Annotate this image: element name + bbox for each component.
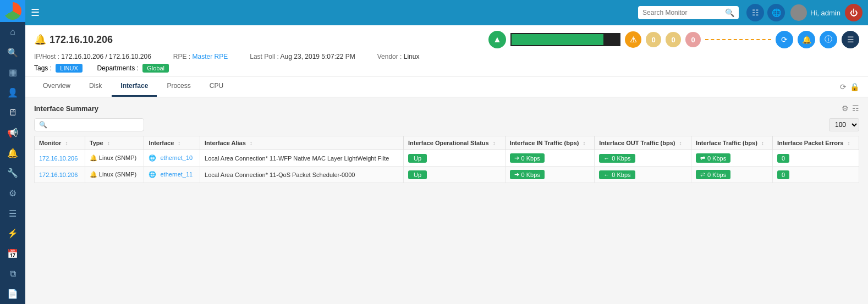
section-gear-icon[interactable]: ☶ — [852, 104, 859, 113]
topbar-globe-btn[interactable]: 🌐 — [767, 4, 785, 21]
cell-in-traffic: ➔0 Kbps — [505, 167, 595, 183]
th-out-traffic[interactable]: Interface OUT Traffic (bps) ↕ — [595, 136, 691, 150]
progress-bar-fill — [512, 34, 603, 45]
search-icon: 🔍 — [725, 8, 734, 17]
status-badge: Up — [408, 170, 427, 179]
sidebar-item-megaphone[interactable]: 📢 — [0, 123, 25, 143]
sidebar-item-lightning[interactable]: ⚡ — [0, 224, 25, 244]
device-menu-btn[interactable]: ☰ — [842, 31, 859, 48]
th-errors[interactable]: Interface Packet Errors ↕ — [772, 136, 859, 150]
topbar-grid-btn[interactable]: ☷ — [746, 4, 764, 21]
ip-host-value: 172.16.10.206 / 172.16.10.206 — [61, 53, 151, 60]
tab-process[interactable]: Process — [158, 76, 199, 97]
in-traffic-badge: ➔0 Kbps — [510, 170, 545, 179]
per-page-dropdown[interactable]: 100 50 25 — [829, 118, 859, 131]
cell-status: Up — [404, 150, 506, 167]
content-area: Interface Summary ⚙ ☶ 🔍 100 50 25 — [25, 97, 868, 304]
refresh-btn[interactable]: ⟳ — [776, 31, 793, 48]
rpe-value[interactable]: Master RPE — [193, 53, 228, 60]
cell-alias: Local Area Connection* 11-QoS Packet Sch… — [200, 167, 404, 183]
section-header: Interface Summary ⚙ ☶ — [34, 104, 859, 113]
device-ip-title: 172.16.10.206 — [50, 34, 113, 46]
sidebar-item-calendar[interactable]: 📅 — [0, 244, 25, 264]
tags-label: Tags : — [34, 64, 52, 72]
out-traffic-badge: ←0 Kbps — [599, 154, 635, 163]
last-poll-value: Aug 23, 2019 5:07:22 PM — [281, 53, 355, 60]
cell-out-traffic: ←0 Kbps — [595, 167, 691, 183]
sidebar-item-monitor[interactable]: 🖥 — [0, 103, 25, 123]
tab-overview[interactable]: Overview — [34, 76, 79, 97]
in-traffic-badge: ➔0 Kbps — [510, 153, 545, 163]
section-settings-icon[interactable]: ⚙ — [842, 104, 849, 113]
interface-icon: 🌐 — [149, 154, 156, 161]
section-actions: ⚙ ☶ — [842, 104, 859, 113]
avatar — [790, 4, 807, 21]
table-row: 172.16.10.206 🔔 Linux (SNMP) 🌐 ethernet_… — [35, 167, 859, 183]
vendor-label: Vendor : — [377, 53, 402, 60]
sidebar-item-copy[interactable]: ⧉ — [0, 264, 25, 284]
alert-icon: ⚠ — [625, 31, 641, 48]
th-interface-alias[interactable]: Interface Alias ↕ — [200, 136, 404, 150]
table-search-box[interactable]: 🔍 — [34, 118, 144, 131]
status-badge: Up — [408, 154, 427, 163]
device-header: 🔔 172.16.10.206 ▲ ⚠ 0 0 0 ⟳ 🔔 ⓘ ☰ — [25, 25, 868, 76]
logo-graphic — [4, 2, 21, 20]
traffic-badge: ⇌0 Kbps — [696, 153, 730, 163]
th-traffic[interactable]: Interface Traffic (bps) ↕ — [691, 136, 772, 150]
tab-refresh-icon[interactable]: ⟳ — [840, 82, 847, 91]
cell-errors: 0 — [772, 150, 859, 167]
monitor-link[interactable]: 172.16.10.206 — [39, 155, 78, 162]
th-op-status[interactable]: Interface Operational Status ↕ — [404, 136, 506, 150]
tags-value: LINUX — [56, 64, 82, 73]
table-row: 172.16.10.206 🔔 Linux (SNMP) 🌐 ethernet_… — [35, 150, 859, 167]
th-in-traffic[interactable]: Interface IN Traffic (bps) ↕ — [505, 136, 595, 150]
topbar-power-btn[interactable]: ⏻ — [845, 4, 862, 21]
search-box[interactable]: 🔍 — [638, 6, 739, 19]
topbar-user: Hi, admin — [790, 4, 840, 21]
cell-interface: 🌐 ethernet_11 — [144, 167, 200, 183]
sidebar-item-layers[interactable]: ▦ — [0, 62, 25, 82]
th-interface[interactable]: Interface ↕ — [144, 136, 200, 150]
vendor-item: Vendor : Linux — [377, 53, 420, 60]
sidebar-item-users[interactable]: 👤 — [0, 82, 25, 103]
tabs-actions: ⟳ 🔒 — [840, 82, 859, 91]
section-title: Interface Summary — [34, 104, 98, 113]
sidebar-item-settings[interactable]: ⚙ — [0, 183, 25, 203]
table-search-input[interactable] — [47, 121, 139, 129]
errors-badge: 0 — [777, 170, 789, 179]
sidebar-item-home[interactable]: ⌂ — [0, 22, 25, 42]
tab-interface[interactable]: Interface — [112, 76, 157, 97]
cell-type: 🔔 Linux (SNMP) — [85, 167, 144, 183]
sidebar-item-bell[interactable]: 🔔 — [0, 143, 25, 163]
notification-btn[interactable]: 🔔 — [798, 31, 815, 48]
app-logo — [0, 0, 25, 22]
cell-in-traffic: ➔0 Kbps — [505, 150, 595, 167]
search-input[interactable] — [642, 9, 725, 16]
table-controls: 🔍 100 50 25 — [34, 118, 859, 131]
device-icon: 🔔 — [90, 154, 97, 161]
cell-traffic: ⇌0 Kbps — [691, 167, 772, 183]
device-bell-icon: 🔔 — [34, 34, 46, 46]
interface-icon: 🌐 — [149, 171, 156, 178]
monitor-link[interactable]: 172.16.10.206 — [39, 172, 78, 178]
interface-link[interactable]: ethernet_11 — [160, 171, 193, 178]
last-poll-label: Last Poll : — [250, 53, 279, 60]
sidebar-item-doc[interactable]: 📄 — [0, 284, 25, 304]
tab-lock-icon[interactable]: 🔒 — [850, 82, 859, 91]
th-monitor[interactable]: Monitor ↕ — [35, 136, 85, 150]
ip-host-label: IP/Host : — [34, 53, 59, 60]
sidebar-item-search[interactable]: 🔍 — [0, 42, 25, 63]
device-title-row: 🔔 172.16.10.206 ▲ ⚠ 0 0 0 ⟳ 🔔 ⓘ ☰ — [34, 31, 859, 48]
sidebar-item-wrench[interactable]: 🔧 — [0, 163, 25, 184]
tags-row: Tags : LINUX Departments : Global — [34, 64, 859, 73]
sidebar: ⌂ 🔍 ▦ 👤 🖥 📢 🔔 🔧 ⚙ ☰ ⚡ 📅 ⧉ 📄 — [0, 0, 25, 304]
rpe-label: RPE : — [173, 53, 190, 60]
tab-cpu[interactable]: CPU — [201, 76, 232, 97]
sidebar-item-list[interactable]: ☰ — [0, 203, 25, 224]
th-type[interactable]: Type ↕ — [85, 136, 144, 150]
cell-errors: 0 — [772, 167, 859, 183]
interface-link[interactable]: ethernet_10 — [160, 154, 193, 161]
info-btn[interactable]: ⓘ — [820, 31, 837, 48]
tab-disk[interactable]: Disk — [80, 76, 111, 97]
menu-icon[interactable]: ☰ — [31, 7, 40, 19]
